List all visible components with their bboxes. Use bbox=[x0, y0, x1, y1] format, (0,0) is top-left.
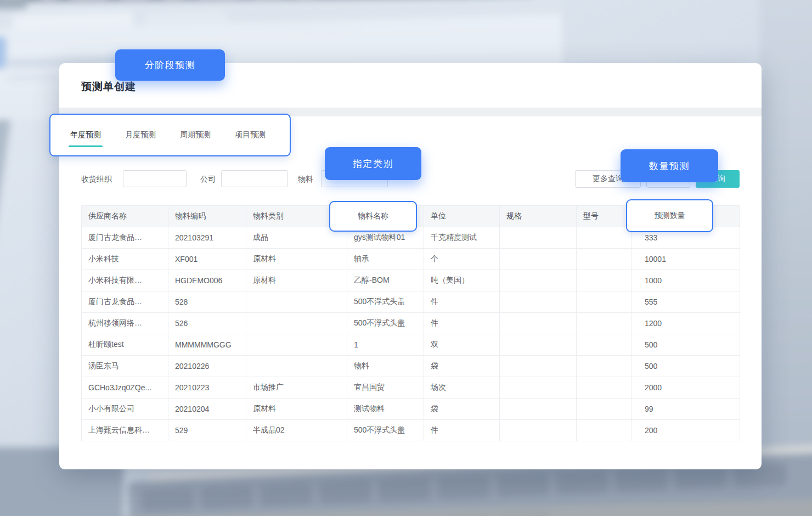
header-cell: 物料编码 bbox=[168, 206, 246, 227]
material-label: 物料 bbox=[298, 175, 313, 184]
table-cell bbox=[577, 356, 631, 377]
table-cell: 吨（美国） bbox=[424, 270, 500, 291]
table-row[interactable]: 汤臣东马20210226物料袋500 bbox=[82, 356, 740, 377]
table-row[interactable]: 厦门古龙食品…528500不浮式头盖件555 bbox=[82, 291, 740, 313]
table-cell: 529 bbox=[168, 420, 246, 441]
tab-period-forecast[interactable]: 周期预测 bbox=[180, 130, 211, 140]
tab-label: 月度预测 bbox=[125, 130, 156, 139]
table-cell: MMMMMMGGG bbox=[168, 334, 246, 356]
receiving-org-input[interactable] bbox=[123, 170, 187, 187]
tab-label: 年度预测 bbox=[70, 130, 101, 139]
table-cell: 1 bbox=[347, 334, 424, 356]
table-cell: 厦门古龙食品… bbox=[82, 227, 168, 249]
table-cell: 1000 bbox=[631, 270, 740, 291]
company-label: 公司 bbox=[200, 175, 216, 184]
specify-category-badge: 指定类别 bbox=[325, 147, 421, 180]
table-cell: 千克精度测试 bbox=[424, 227, 500, 249]
table-cell: 件 bbox=[424, 420, 500, 441]
table-row[interactable]: 小米科技XF001原材料轴承个10001 bbox=[82, 249, 740, 270]
table-cell: 1200 bbox=[631, 313, 740, 334]
table-cell: 500 bbox=[631, 356, 740, 377]
table-cell bbox=[500, 249, 577, 270]
table-cell bbox=[500, 313, 577, 334]
table-row[interactable]: 上海甄云信息科…529半成品02500不浮式头盖件200 bbox=[82, 420, 740, 441]
table-cell: 件 bbox=[424, 291, 500, 313]
table-cell: 20210226 bbox=[168, 356, 246, 377]
table-cell bbox=[246, 313, 347, 334]
table-cell: 宜昌国贸 bbox=[347, 377, 424, 399]
table-cell bbox=[577, 227, 631, 249]
table-cell: 个 bbox=[424, 249, 500, 270]
table-cell bbox=[500, 227, 577, 249]
table-cell bbox=[500, 399, 577, 420]
table-cell: 528 bbox=[168, 291, 246, 313]
forecast-table: 供应商名称物料编码物料类别物料名称单位规格型号预测数量厦门古龙食品…202103… bbox=[81, 205, 740, 441]
table-cell: 200 bbox=[631, 420, 740, 441]
header-cell: 供应商名称 bbox=[82, 206, 168, 227]
table-row[interactable]: 杜昕颐testMMMMMMGGG1双500 bbox=[82, 334, 740, 356]
company-input[interactable] bbox=[221, 170, 288, 187]
table-cell: 件 bbox=[424, 313, 500, 334]
table-cell: 99 bbox=[631, 399, 740, 420]
table-cell: 杭州移领网络… bbox=[82, 313, 168, 334]
table-row[interactable]: 杭州移领网络…526500不浮式头盖件1200 bbox=[82, 313, 740, 334]
table-cell bbox=[500, 334, 577, 356]
tab-monthly-forecast[interactable]: 月度预测 bbox=[125, 130, 156, 140]
table-cell bbox=[577, 420, 631, 441]
phased-forecast-badge: 分阶段预测 bbox=[115, 49, 225, 81]
table-cell bbox=[577, 270, 631, 291]
table-cell bbox=[500, 356, 577, 377]
table-cell bbox=[577, 313, 631, 334]
header-cell: 单位 bbox=[424, 206, 500, 227]
table-cell bbox=[500, 377, 577, 399]
table-row[interactable]: GCHo3Jzq0ZQe...20210223市场推广宜昌国贸场次2000 bbox=[82, 377, 740, 399]
table-cell bbox=[577, 377, 631, 399]
table-cell: XF001 bbox=[168, 249, 246, 270]
table-cell bbox=[577, 291, 631, 313]
table-cell bbox=[577, 249, 631, 270]
forecast-tabs-box: 年度预测 月度预测 周期预测 项目预测 bbox=[49, 114, 291, 156]
table-cell: HGDEMO006 bbox=[168, 270, 246, 291]
table-cell: 500不浮式头盖 bbox=[347, 420, 424, 441]
table-cell: 轴承 bbox=[347, 249, 424, 270]
table-cell bbox=[246, 356, 347, 377]
table-cell: 厦门古龙食品… bbox=[82, 291, 168, 313]
table-cell: 汤臣东马 bbox=[82, 356, 168, 377]
table-cell: 原材料 bbox=[246, 249, 347, 270]
page-title: 预测单创建 bbox=[81, 80, 136, 94]
table-cell bbox=[500, 291, 577, 313]
table-cell: 555 bbox=[631, 291, 740, 313]
table-cell: 杜昕颐test bbox=[82, 334, 168, 356]
material-name-header-callout: 物料名称 bbox=[329, 201, 417, 232]
tab-label: 周期预测 bbox=[180, 130, 211, 139]
receiving-org-label: 收货组织 bbox=[81, 175, 112, 184]
table-cell: 500不浮式头盖 bbox=[347, 313, 424, 334]
header-cell: 型号 bbox=[577, 206, 631, 227]
table-cell bbox=[500, 270, 577, 291]
table-cell: 2000 bbox=[631, 377, 740, 399]
table-cell: 20210204 bbox=[168, 399, 246, 420]
table-cell bbox=[500, 420, 577, 441]
table-cell: 双 bbox=[424, 334, 500, 356]
table-cell: 小小有限公司 bbox=[82, 399, 168, 420]
table-cell: 原材料 bbox=[246, 270, 347, 291]
table-cell: 原材料 bbox=[246, 399, 347, 420]
table-cell bbox=[577, 334, 631, 356]
table-cell: 乙醇-BOM bbox=[347, 270, 424, 291]
table-cell bbox=[246, 291, 347, 313]
tab-annual-forecast[interactable]: 年度预测 bbox=[70, 130, 101, 140]
table-cell: 526 bbox=[168, 313, 246, 334]
table-cell: 小米科技 bbox=[82, 249, 168, 270]
table-row[interactable]: 小小有限公司20210204原材料测试物料袋99 bbox=[82, 399, 740, 420]
active-tab-underline bbox=[69, 145, 103, 147]
table-cell bbox=[246, 334, 347, 356]
tab-project-forecast[interactable]: 项目预测 bbox=[235, 130, 266, 140]
table-cell bbox=[577, 399, 631, 420]
table-cell: 202103291 bbox=[168, 227, 246, 249]
table-row[interactable]: 小米科技有限…HGDEMO006原材料乙醇-BOM吨（美国）1000 bbox=[82, 270, 740, 291]
table-cell: GCHo3Jzq0ZQe... bbox=[82, 377, 168, 399]
table-cell: 小米科技有限… bbox=[82, 270, 168, 291]
table-cell: 测试物料 bbox=[347, 399, 424, 420]
table-cell: 500不浮式头盖 bbox=[347, 291, 424, 313]
table-cell: 10001 bbox=[631, 249, 740, 270]
